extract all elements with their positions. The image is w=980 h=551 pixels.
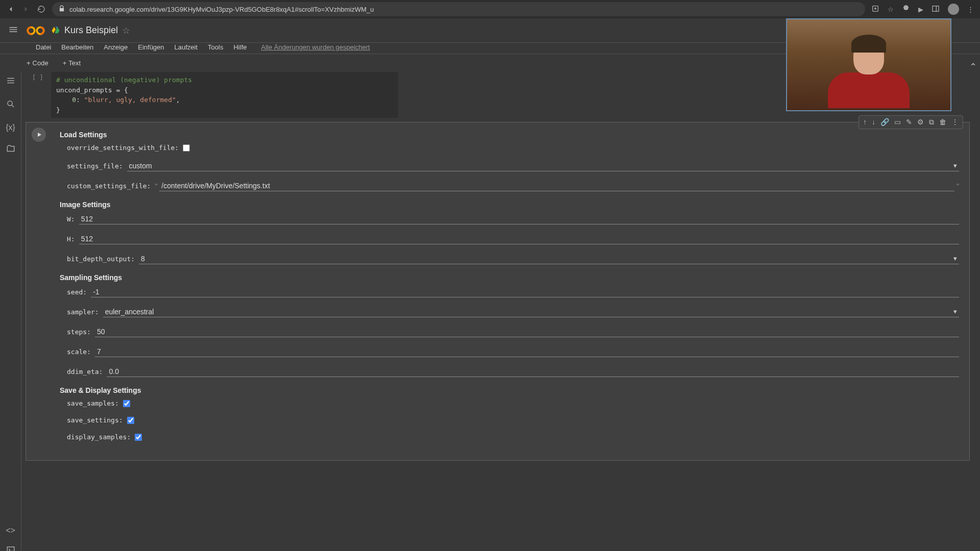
bookmark-star-icon[interactable]: ☆ xyxy=(888,6,894,13)
checkbox-save-samples[interactable] xyxy=(123,400,130,407)
label-sampler: sampler: xyxy=(67,308,99,316)
select-sampler[interactable]: euler_ancestral ▾ xyxy=(103,307,959,317)
doc-title[interactable]: Kurs Beispiel xyxy=(64,25,118,36)
cell-actions: ↑ ↓ 🔗 ▭ ✎ ⚙ ⧉ 🗑 ⋮ xyxy=(859,115,963,129)
delete-icon[interactable]: 🗑 xyxy=(939,118,946,127)
row-settings-file: settings_file: custom ▾ xyxy=(67,161,959,171)
collapse-icon[interactable]: ⌃ xyxy=(969,61,977,72)
checkbox-save-settings[interactable] xyxy=(127,417,134,424)
code-editor[interactable]: # unconditional (negative) prompts uncon… xyxy=(51,72,398,118)
input-ddim-eta[interactable] xyxy=(107,366,959,377)
files-icon[interactable] xyxy=(6,144,15,156)
input-custom-settings-file[interactable] xyxy=(159,181,954,191)
plus-icon: + xyxy=(27,59,31,67)
url-text: colab.research.google.com/drive/13G9KHyM… xyxy=(69,6,374,13)
lock-icon xyxy=(58,5,65,14)
back-icon[interactable] xyxy=(6,5,15,14)
more-icon[interactable]: ⋮ xyxy=(967,6,974,13)
cell-exec-indicator[interactable]: [ ] xyxy=(32,74,44,86)
svg-rect-7 xyxy=(7,547,14,551)
url-bar[interactable]: colab.research.google.com/drive/13G9KHyM… xyxy=(52,2,865,16)
notebook-content[interactable]: [ ] # unconditional (negative) prompts u… xyxy=(21,72,980,551)
row-sampler: sampler: euler_ancestral ▾ xyxy=(67,307,959,317)
menu-anzeige[interactable]: Anzeige xyxy=(104,43,128,51)
extensions-icon[interactable] xyxy=(902,5,910,14)
input-H[interactable] xyxy=(79,234,959,244)
svg-point-5 xyxy=(8,101,12,106)
input-steps[interactable] xyxy=(95,327,959,337)
add-text-label: Text xyxy=(68,59,81,67)
input-seed[interactable] xyxy=(91,287,959,297)
label-custom-settings-file: custom_settings_file: xyxy=(67,182,151,190)
menu-laufzeit[interactable]: Laufzeit xyxy=(175,43,198,51)
chevron-down-icon: ▾ xyxy=(953,162,957,170)
row-save-samples: save_samples: xyxy=(67,399,959,407)
webcam-overlay xyxy=(786,18,951,111)
code-snippets-icon[interactable]: <> xyxy=(6,526,15,535)
row-bit-depth: bit_depth_output: 8 ▾ xyxy=(67,254,959,264)
code-line: uncond_prompts = { xyxy=(56,86,128,94)
move-up-icon[interactable]: ↑ xyxy=(863,118,867,127)
colab-logo-icon[interactable] xyxy=(27,24,45,37)
menu-datei[interactable]: Datei xyxy=(36,43,51,51)
menu-hamburger-icon[interactable] xyxy=(8,24,18,36)
mirror-icon[interactable]: ⧉ xyxy=(929,118,934,127)
toc-icon[interactable] xyxy=(6,76,15,87)
add-text-button[interactable]: + Text xyxy=(59,57,85,69)
add-code-button[interactable]: + Code xyxy=(22,57,53,69)
section-load-settings: Load Settings xyxy=(60,131,959,139)
section-image-settings: Image Settings xyxy=(60,201,959,209)
svg-rect-1 xyxy=(933,6,939,11)
menu-hilfe[interactable]: Hilfe xyxy=(233,43,247,51)
code-string: "blurr, ugly, deformed" xyxy=(84,96,176,104)
chevron-down-icon: ▾ xyxy=(953,308,957,316)
section-save-display: Save & Display Settings xyxy=(60,386,959,394)
link-icon[interactable]: 🔗 xyxy=(880,118,889,127)
row-display-samples: display_samples: xyxy=(67,433,959,441)
code-line: } xyxy=(56,106,60,114)
checkbox-override[interactable] xyxy=(183,144,190,152)
quote-open: " xyxy=(155,182,157,190)
label-scale: scale: xyxy=(67,348,91,356)
variables-icon[interactable]: {x} xyxy=(6,123,15,132)
section-sampling-settings: Sampling Settings xyxy=(60,273,959,282)
form-gutter xyxy=(26,122,52,460)
menu-tools[interactable]: Tools xyxy=(208,43,223,51)
code-comment: # unconditional (negative) prompts xyxy=(56,76,192,84)
label-settings-file: settings_file: xyxy=(67,162,123,170)
terminal-icon[interactable] xyxy=(6,545,15,551)
label-override: override_settings_with_file: xyxy=(67,144,179,152)
left-rail: {x} <> xyxy=(0,72,21,551)
form-cell: ↑ ↓ 🔗 ▭ ✎ ⚙ ⧉ 🗑 ⋮ Load Settings override… xyxy=(26,122,970,461)
forward-icon[interactable] xyxy=(21,5,31,14)
save-status[interactable]: Alle Änderungen wurden gespeichert xyxy=(261,43,370,51)
comment-icon[interactable]: ▭ xyxy=(894,118,901,127)
label-H: H: xyxy=(67,235,75,243)
menu-bearbeiten[interactable]: Bearbeiten xyxy=(61,43,93,51)
reload-icon[interactable] xyxy=(37,5,46,14)
search-icon[interactable] xyxy=(6,99,15,111)
doc-title-area: Kurs Beispiel ☆ xyxy=(51,25,130,36)
input-W[interactable] xyxy=(79,214,959,224)
select-settings-file[interactable]: custom ▾ xyxy=(127,161,959,171)
media-icon[interactable]: ▶ xyxy=(918,6,923,13)
more-vert-icon[interactable]: ⋮ xyxy=(951,118,959,127)
run-cell-button[interactable] xyxy=(32,128,46,142)
panel-icon[interactable] xyxy=(932,5,940,14)
avatar-icon[interactable] xyxy=(948,4,959,15)
settings-gear-icon[interactable]: ⚙ xyxy=(917,118,924,127)
select-bit-depth[interactable]: 8 ▾ xyxy=(139,254,959,264)
move-down-icon[interactable]: ↓ xyxy=(872,118,875,127)
checkbox-display-samples[interactable] xyxy=(135,434,142,441)
input-scale[interactable] xyxy=(95,346,959,357)
star-icon[interactable]: ☆ xyxy=(122,25,130,36)
label-bit-depth: bit_depth_output: xyxy=(67,255,135,263)
row-H: H: xyxy=(67,234,959,244)
select-value: custom xyxy=(129,162,152,170)
install-icon[interactable] xyxy=(871,5,879,14)
edit-icon[interactable]: ✎ xyxy=(906,118,912,127)
label-W: W: xyxy=(67,215,75,223)
menu-einfuegen[interactable]: Einfügen xyxy=(138,43,164,51)
label-save-samples: save_samples: xyxy=(67,399,119,407)
label-display-samples: display_samples: xyxy=(67,433,131,441)
